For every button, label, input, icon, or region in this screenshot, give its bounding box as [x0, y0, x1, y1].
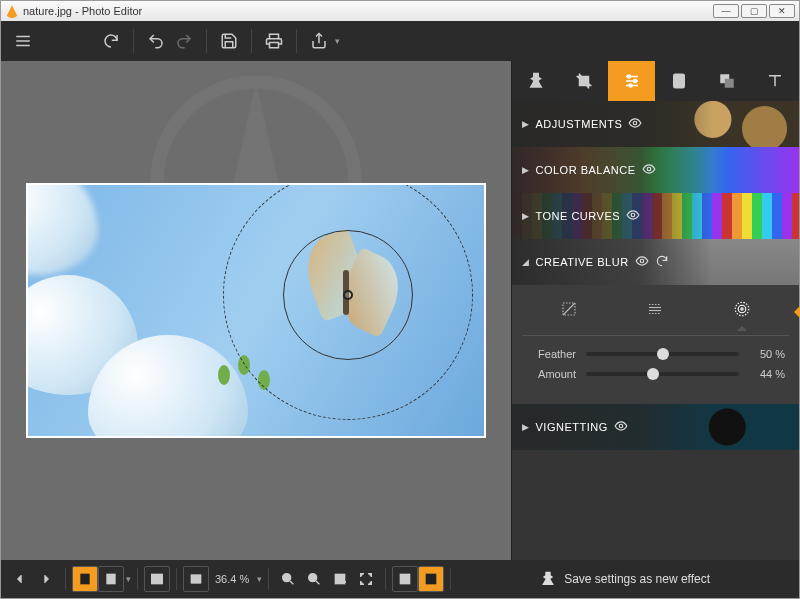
svg-rect-4 [270, 43, 279, 48]
section-label: VIGNETTING [536, 421, 608, 433]
apply-button[interactable] [418, 566, 444, 592]
tab-retouch[interactable] [655, 61, 703, 101]
tab-adjust[interactable] [608, 61, 656, 101]
section-adjustments[interactable]: ▶ ADJUSTMENTS [512, 101, 799, 147]
tab-effects[interactable] [512, 61, 560, 101]
svg-rect-15 [725, 79, 734, 88]
reset-icon[interactable] [655, 254, 669, 270]
visibility-icon[interactable] [628, 116, 642, 132]
save-button[interactable] [215, 27, 243, 55]
top-toolbar: ▾ [1, 21, 799, 61]
chevron-right-icon: ▶ [522, 422, 530, 432]
panel-collapse-handle[interactable] [788, 306, 800, 318]
svg-point-28 [741, 308, 743, 310]
title-bar: nature.jpg - Photo Editor — ▢ ✕ [1, 1, 799, 21]
prev-image-button[interactable] [7, 566, 33, 592]
quick-export-button[interactable] [392, 566, 418, 592]
svg-point-16 [634, 121, 638, 125]
svg-rect-36 [191, 575, 200, 583]
print-button[interactable] [260, 27, 288, 55]
svg-rect-34 [152, 574, 157, 583]
undo-button[interactable] [142, 27, 170, 55]
section-tone-curves[interactable]: ▶ TONE CURVES [512, 193, 799, 239]
tab-text[interactable] [751, 61, 799, 101]
blur-center-handle[interactable] [343, 290, 353, 300]
chevron-right-icon: ▶ [522, 119, 530, 129]
svg-point-18 [631, 213, 635, 217]
feather-label: Feather [526, 348, 586, 360]
svg-point-17 [647, 167, 651, 171]
svg-point-47 [403, 576, 404, 577]
svg-line-21 [563, 303, 575, 315]
section-label: CREATIVE BLUR [536, 256, 629, 268]
chevron-right-icon: ▶ [522, 165, 530, 175]
zoom-dropdown-icon[interactable]: ▾ [257, 574, 262, 584]
feather-value: 50 % [739, 348, 785, 360]
amount-slider[interactable] [586, 372, 739, 376]
save-as-effect-button[interactable]: Save settings as new effect [457, 571, 793, 587]
save-as-effect-label: Save settings as new effect [564, 572, 710, 586]
svg-line-41 [316, 581, 319, 584]
compare-view-button[interactable] [98, 566, 124, 592]
svg-point-27 [738, 305, 746, 313]
feather-slider[interactable] [586, 352, 739, 356]
zoom-out-button[interactable] [275, 566, 301, 592]
section-vignetting[interactable]: ▶ VIGNETTING [512, 404, 799, 450]
compare-dropdown-icon[interactable]: ▾ [126, 574, 131, 584]
fit-screen-button[interactable] [183, 566, 209, 592]
next-image-button[interactable] [33, 566, 59, 592]
section-creative-blur[interactable]: ◢ CREATIVE BLUR [512, 239, 799, 285]
share-button[interactable] [305, 27, 333, 55]
redo-button[interactable] [170, 27, 198, 55]
svg-rect-3 [270, 34, 279, 39]
amount-value: 44 % [739, 368, 785, 380]
tab-overlay[interactable] [703, 61, 751, 101]
menu-button[interactable] [9, 27, 37, 55]
zoom-in-button[interactable] [301, 566, 327, 592]
chevron-right-icon: ▶ [522, 211, 530, 221]
section-label: COLOR BALANCE [536, 164, 636, 176]
fullscreen-button[interactable] [353, 566, 379, 592]
svg-point-29 [619, 424, 623, 428]
svg-point-10 [627, 75, 630, 78]
blur-mode-radial[interactable] [718, 295, 766, 323]
section-label: TONE CURVES [536, 210, 621, 222]
svg-point-33 [110, 576, 113, 579]
svg-line-38 [290, 581, 293, 584]
maximize-button[interactable]: ▢ [741, 4, 767, 18]
split-view-button[interactable] [144, 566, 170, 592]
blur-mode-linear[interactable] [631, 295, 679, 323]
canvas-area[interactable] [1, 61, 511, 560]
svg-point-11 [633, 80, 636, 83]
side-panel: ▶ ADJUSTMENTS ▶ COLOR BALANCE ▶ TONE CUR… [511, 61, 799, 560]
bottom-toolbar: ▾ 36.4 % ▾ 1:1 Save settings as new effe… [1, 560, 799, 598]
svg-point-12 [629, 84, 632, 87]
svg-text:1:1: 1:1 [338, 577, 347, 583]
visibility-icon[interactable] [635, 254, 649, 270]
visibility-icon[interactable] [642, 162, 656, 178]
chevron-down-icon: ◢ [522, 257, 530, 267]
creative-blur-body: Feather 50 % Amount 44 % [512, 285, 799, 404]
panel-tabstrip [512, 61, 799, 101]
svg-point-26 [735, 302, 749, 316]
zoom-level: 36.4 % [209, 573, 255, 585]
app-logo-icon [5, 4, 19, 18]
visibility-icon[interactable] [626, 208, 640, 224]
actual-size-button[interactable]: 1:1 [327, 566, 353, 592]
blur-mode-none[interactable] [545, 295, 593, 323]
svg-point-19 [640, 259, 644, 263]
minimize-button[interactable]: — [713, 4, 739, 18]
single-view-button[interactable] [72, 566, 98, 592]
section-color-balance[interactable]: ▶ COLOR BALANCE [512, 147, 799, 193]
revert-button[interactable] [97, 27, 125, 55]
tab-crop[interactable] [560, 61, 608, 101]
amount-label: Amount [526, 368, 586, 380]
svg-rect-35 [158, 574, 163, 583]
svg-point-31 [84, 576, 87, 579]
window-title: nature.jpg - Photo Editor [23, 5, 142, 17]
share-dropdown-icon[interactable]: ▾ [335, 36, 340, 46]
section-label: ADJUSTMENTS [536, 118, 623, 130]
close-button[interactable]: ✕ [769, 4, 795, 18]
visibility-icon[interactable] [614, 419, 628, 435]
image-preview[interactable] [26, 183, 486, 438]
